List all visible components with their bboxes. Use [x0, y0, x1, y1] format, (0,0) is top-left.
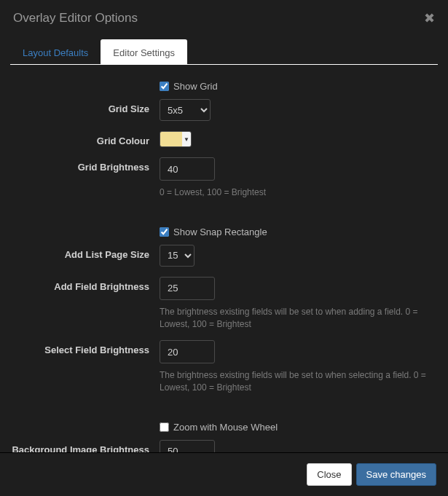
- grid-brightness-label: Grid Brightness: [10, 157, 160, 173]
- show-grid-control[interactable]: Show Grid: [160, 81, 438, 92]
- select-field-brightness-input[interactable]: [160, 340, 215, 363]
- row-select-field-brightness: Select Field Brightness The brightness e…: [10, 340, 438, 394]
- show-snap-label: Show Snap Rectangle: [173, 227, 267, 237]
- bg-brightness-label: Background Image Brightness: [10, 440, 160, 452]
- tab-bar: Layout Defaults Editor Settings: [10, 39, 438, 65]
- chevron-down-icon: ▼: [182, 132, 191, 146]
- row-show-grid: Show Grid: [10, 81, 438, 92]
- add-list-page-size-label: Add List Page Size: [10, 245, 160, 260]
- select-field-brightness-label: Select Field Brightness: [10, 340, 160, 355]
- add-list-page-size-select[interactable]: 15: [160, 245, 194, 267]
- show-grid-label: Show Grid: [173, 81, 218, 92]
- modal-dialog: Overlay Editor Options ✖ Layout Defaults…: [0, 0, 448, 496]
- add-field-brightness-label: Add Field Brightness: [10, 277, 160, 292]
- grid-brightness-help: 0 = Lowest, 100 = Brightest: [160, 186, 429, 199]
- tab-layout-defaults[interactable]: Layout Defaults: [10, 39, 101, 65]
- tab-editor-settings[interactable]: Editor Settings: [101, 39, 187, 65]
- row-bg-brightness: Background Image Brightness 0 = Lowest, …: [10, 440, 438, 452]
- modal-header: Overlay Editor Options ✖: [0, 0, 448, 34]
- grid-size-label: Grid Size: [10, 99, 160, 114]
- close-icon[interactable]: ✖: [424, 12, 435, 25]
- row-grid-brightness: Grid Brightness 0 = Lowest, 100 = Bright…: [10, 157, 438, 199]
- select-field-brightness-help: The brightness existing fields will be s…: [160, 369, 429, 394]
- add-field-brightness-input[interactable]: [160, 277, 215, 300]
- grid-colour-swatch: [160, 132, 182, 146]
- grid-colour-label: Grid Colour: [10, 131, 160, 146]
- save-button[interactable]: Save changes: [356, 463, 436, 486]
- form-area: Show Grid Grid Size 5x5 Grid Colour: [10, 65, 438, 452]
- modal-body: Layout Defaults Editor Settings Show Gri…: [0, 34, 448, 452]
- grid-size-select[interactable]: 5x5: [160, 99, 211, 121]
- close-button[interactable]: Close: [307, 463, 351, 486]
- show-grid-checkbox[interactable]: [160, 82, 169, 91]
- row-grid-size: Grid Size 5x5: [10, 99, 438, 121]
- grid-brightness-input[interactable]: [160, 157, 215, 181]
- row-show-snap: Show Snap Rectangle: [10, 227, 438, 237]
- row-grid-colour: Grid Colour ▼: [10, 131, 438, 147]
- show-snap-checkbox[interactable]: [160, 227, 169, 237]
- bg-brightness-input[interactable]: [160, 440, 215, 452]
- modal-footer: Close Save changes: [0, 452, 448, 496]
- modal-title: Overlay Editor Options: [13, 11, 138, 25]
- row-add-field-brightness: Add Field Brightness The brightness exis…: [10, 277, 438, 331]
- zoom-wheel-checkbox[interactable]: [160, 422, 169, 432]
- zoom-wheel-label: Zoom with Mouse Wheel: [173, 422, 278, 433]
- show-snap-control[interactable]: Show Snap Rectangle: [160, 227, 438, 237]
- row-add-list-page-size: Add List Page Size 15: [10, 245, 438, 267]
- grid-colour-picker[interactable]: ▼: [160, 131, 192, 147]
- row-zoom-wheel: Zoom with Mouse Wheel: [10, 422, 438, 433]
- add-field-brightness-help: The brightness existing fields will be s…: [160, 306, 429, 331]
- zoom-wheel-control[interactable]: Zoom with Mouse Wheel: [160, 422, 438, 433]
